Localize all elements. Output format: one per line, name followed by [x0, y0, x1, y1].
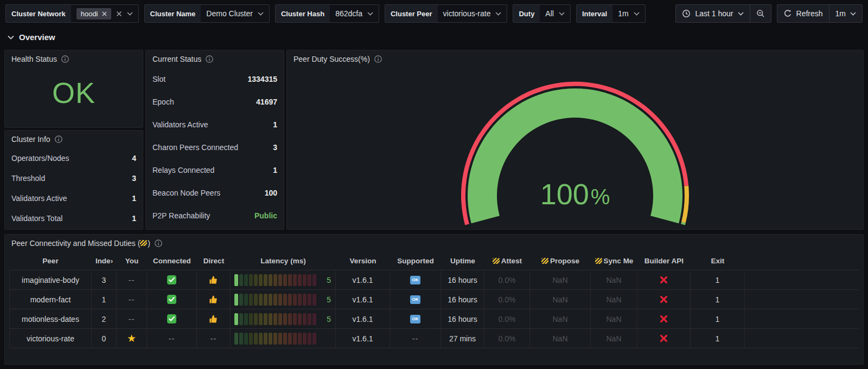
column-header-you[interactable]: You: [117, 252, 147, 270]
hazard-stripes-icon: [493, 258, 500, 264]
latency-segment: [269, 313, 272, 325]
filter-value-interval[interactable]: 1m: [612, 5, 644, 22]
latency-segment: [308, 294, 311, 306]
column-header-peer[interactable]: Peer: [9, 252, 92, 270]
cell-connected: [147, 290, 197, 309]
stat-row: Validators Total1: [11, 208, 136, 228]
stat-label: Slot: [152, 75, 165, 83]
chevron-down-icon: [258, 12, 264, 16]
chevron-down-icon: [738, 12, 744, 16]
filter-label: Duty: [513, 5, 540, 22]
stat-value: 3: [273, 143, 277, 152]
latency-segment: [254, 313, 258, 325]
latency-segment: [283, 294, 287, 306]
filter-cluster-peer: Cluster Peer victorious-rate: [385, 4, 508, 23]
stat-label: Validators Active: [11, 194, 67, 203]
column-header-connected[interactable]: Connected: [147, 252, 197, 270]
column-header-label: Supported: [397, 257, 434, 265]
chevron-down-icon[interactable]: [127, 12, 133, 16]
panel-title: Current Status: [146, 50, 284, 67]
column-header-direct[interactable]: Direct: [197, 252, 231, 270]
filter-value-cluster-hash[interactable]: 862dcfa: [330, 5, 379, 22]
cell-sync_me: NaN: [591, 309, 637, 328]
ok-badge-icon: OK: [410, 276, 420, 284]
cell-peer: modern-fact: [9, 290, 92, 309]
latency-segment: [293, 313, 297, 325]
clear-icon[interactable]: [116, 11, 122, 17]
column-header-latency[interactable]: Latency (ms): [231, 252, 336, 270]
latency-segment: [249, 313, 253, 325]
cell-version: v1.6.1: [336, 270, 390, 289]
column-header-label: Inde›: [95, 257, 113, 265]
latency-segment: [308, 333, 311, 345]
cell-connected: --: [147, 329, 197, 348]
refresh-interval-button[interactable]: 1m: [829, 5, 862, 22]
stat-row: Beacon Node Peers100: [152, 182, 277, 204]
column-header-sync_me[interactable]: Sync Me: [591, 252, 637, 270]
stat-value: 100: [265, 189, 277, 197]
filter-value-cluster-network[interactable]: hoodi: [71, 5, 138, 22]
cell-propose: NaN: [530, 309, 591, 328]
filter-label: Cluster Hash: [276, 5, 330, 22]
latency-segment: [283, 313, 287, 325]
column-header-exit[interactable]: Exit: [691, 252, 745, 270]
cell-exit: 1: [691, 329, 745, 348]
cell-latency: 5: [231, 290, 336, 309]
column-header-propose[interactable]: Propose: [530, 252, 591, 270]
latency-segment: [244, 333, 248, 345]
stat-row: Charon Peers Connected3: [152, 136, 277, 159]
stat-label: P2P Reachability: [152, 211, 210, 220]
filter-value-duty[interactable]: All: [540, 5, 570, 22]
latency-segment: [264, 333, 267, 345]
cell-index: 3: [92, 270, 117, 289]
column-header-uptime[interactable]: Uptime: [441, 252, 484, 270]
hazard-stripes-icon: [541, 258, 548, 264]
info-icon[interactable]: [61, 55, 69, 63]
panel-title-text: Current Status: [152, 55, 201, 63]
cell-direct: --: [197, 329, 231, 348]
latency-segment: [278, 274, 282, 286]
stat-row: Threshold3: [11, 168, 136, 188]
cell-builder_api: [637, 270, 691, 289]
cell-you: --: [117, 270, 147, 289]
chevron-down-icon: [8, 35, 14, 40]
column-header-label: Peer: [42, 257, 58, 265]
column-header-label: Sync Me: [604, 257, 634, 265]
column-header-version[interactable]: Version: [336, 252, 390, 270]
column-header-builder_api[interactable]: Builder API: [637, 252, 691, 270]
panel-title: Health Status: [5, 50, 143, 67]
latency-segment: [259, 274, 263, 286]
info-icon[interactable]: [155, 239, 162, 247]
cell-uptime: 16 hours: [441, 309, 484, 328]
cell-builder_api: [637, 290, 691, 309]
info-icon[interactable]: [374, 55, 382, 63]
zoom-out-button[interactable]: [750, 5, 771, 22]
latency-segment: [288, 294, 292, 306]
peer-table: PeerInde›YouConnectedDirectLatency (ms)V…: [9, 252, 859, 348]
latency-segment: [259, 313, 263, 325]
cell-index: 1: [92, 290, 117, 309]
row-overview[interactable]: Overview: [8, 33, 55, 42]
dash-placeholder: --: [129, 276, 135, 284]
cell-propose: NaN: [530, 290, 591, 309]
latency-segment: [312, 333, 316, 345]
latency-segment: [234, 333, 238, 345]
column-header-attest[interactable]: Attest: [484, 252, 530, 270]
latency-led-gauge: [234, 294, 316, 306]
time-range-button[interactable]: Last 1 hour: [676, 5, 749, 22]
cross-icon: [660, 276, 668, 284]
column-header-supported[interactable]: Supported: [390, 252, 441, 270]
refresh-button[interactable]: Refresh: [777, 5, 829, 22]
filter-value-cluster-name[interactable]: Demo Cluster: [201, 5, 269, 22]
panel-peer-connectivity: Peer Connectivity and Missed Duties () P…: [4, 234, 864, 365]
column-header-index[interactable]: Inde›: [92, 252, 117, 270]
stat-value: 41697: [256, 98, 277, 106]
info-icon[interactable]: [206, 55, 213, 63]
remove-value-icon[interactable]: [102, 11, 107, 16]
latency-segment: [298, 274, 302, 286]
info-icon[interactable]: [55, 135, 62, 143]
filter-value-cluster-peer[interactable]: victorious-rate: [438, 5, 507, 22]
latency-led-gauge: [234, 313, 316, 325]
filter-cluster-name: Cluster Name Demo Cluster: [144, 4, 270, 23]
cell-propose: NaN: [530, 329, 591, 348]
